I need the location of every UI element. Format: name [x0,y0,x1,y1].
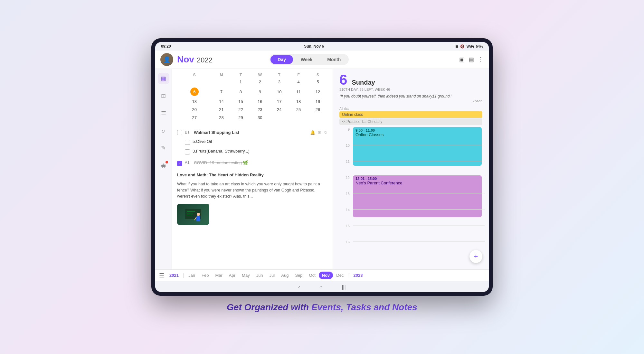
time-row-16: 16 [337,239,485,256]
subtask-olive: 5.Olive Oil [177,137,327,147]
cal-day-20[interactable]: 20 [177,106,212,114]
bell-icon[interactable]: 🔔 [310,130,315,135]
cal-day-4[interactable]: 4 [289,78,308,86]
status-bar: 09:20 Sun, Nov 6 ⊞ 🔇 WiFi 54% [155,42,489,51]
event-title-conf: Neo's Parent Conference [355,181,479,185]
cal-day-empty [212,78,231,86]
task-checkbox-a1[interactable]: ✓ [177,161,182,166]
cal-day-2[interactable]: 2 [250,78,270,86]
sidebar-item-calendar[interactable]: ▦ [158,73,169,84]
nav-month-apr[interactable]: Apr [226,272,239,279]
calendar-header-row: S M T W T F S [177,72,327,78]
list-icon[interactable]: ⊞ [318,130,321,135]
hamburger-icon[interactable]: ☰ [159,272,164,279]
cal-day-21[interactable]: 21 [212,106,231,114]
subtask-checkbox-olive[interactable] [185,140,190,145]
nav-month-sep[interactable]: Sep [292,272,306,279]
cal-day-11[interactable]: 11 [289,86,308,98]
task-checkbox-b1[interactable] [177,130,182,135]
cal-day-14[interactable]: 14 [212,98,231,106]
refresh-icon[interactable]: ↻ [324,130,327,135]
status-time: 09:20 [161,44,171,49]
cal-day-30[interactable]: 30 [250,114,270,122]
cal-day-18[interactable]: 18 [289,98,308,106]
task-header-b1: B1 Walmart Shopping List 🔔 ⊞ ↻ [177,127,327,137]
avatar[interactable]: 👤 [160,53,173,66]
nav-year-2023[interactable]: 2023 [351,272,365,279]
nav-year-2021[interactable]: 2021 [167,272,181,279]
fab-add-button[interactable]: + [469,250,482,263]
nav-month-aug[interactable]: Aug [278,272,292,279]
nav-month-dec[interactable]: Dec [333,272,347,279]
cal-day-16[interactable]: 16 [250,98,270,106]
sidebar-item-edit[interactable]: ✎ [158,142,169,154]
cal-day-15[interactable]: 15 [231,98,251,106]
all-day-event-taichi[interactable]: <<Practice Tai Chi daily [339,118,482,125]
view-icon-2[interactable]: ▤ [469,56,474,63]
cal-day-13[interactable]: 13 [177,98,212,106]
all-day-label: All-day [339,107,482,110]
nav-month-feb[interactable]: Feb [198,272,212,279]
cal-day-17[interactable]: 17 [270,98,289,106]
cal-header-t1: T [231,72,251,78]
settings-badge [166,161,168,163]
view-btn-week[interactable]: Week [294,55,319,64]
sidebar-item-task[interactable]: ⊡ [158,90,169,102]
time-label-11: 11 [337,159,353,163]
nav-month-jun[interactable]: Jun [253,272,266,279]
cal-day-5[interactable]: 5 [308,78,327,86]
subtask-label-olive: 5.Olive Oil [193,139,212,144]
event-time-conf: 12:01 - 15:00 [355,177,479,181]
section-id-b1: B1 [185,130,191,135]
cal-day-19[interactable]: 19 [308,98,327,106]
cal-day-1[interactable]: 1 [231,78,251,86]
recents-button[interactable]: ||| [342,284,346,290]
cal-day-3[interactable]: 3 [270,78,289,86]
time-row-13: 13 [337,191,485,207]
all-day-event-online[interactable]: Online class [339,111,482,118]
more-icon[interactable]: ⋮ [478,56,484,63]
view-btn-day[interactable]: Day [270,55,293,64]
sidebar-item-notes[interactable]: ☰ [158,107,169,119]
cal-day-26[interactable]: 26 [308,106,327,114]
nav-month-may[interactable]: May [239,272,253,279]
back-button[interactable]: ‹ [298,284,300,290]
view-icon-1[interactable]: ▣ [459,56,465,63]
cal-day-27[interactable]: 27 [177,114,212,122]
day-info: 310TH DAY, 55 LEFT, WEEK 46 [339,88,482,91]
view-btn-month[interactable]: Month [320,55,348,64]
sidebar-strip: ▦ ⊡ ☰ ⌕ ✎ ◉ [155,69,172,269]
cal-day-6-today[interactable]: 6 [177,86,212,98]
cal-day-7[interactable]: 7 [212,86,231,98]
view-toggle: Day Week Month [270,54,349,65]
cal-day-8[interactable]: 8 [231,86,251,98]
task-icons-b1: 🔔 ⊞ ↻ [310,130,327,135]
app-header: 👤 Nov 2022 Day Week Month ▣ ▤ ⋮ [155,51,489,69]
home-button[interactable]: ○ [319,284,323,290]
nav-month-oct[interactable]: Oct [306,272,319,279]
cal-day-empty3 [289,114,308,122]
subtask-checkbox-fruits[interactable] [185,149,190,154]
note-image[interactable] [177,204,209,225]
nav-month-jan[interactable]: Jan [185,272,198,279]
nav-month-jul[interactable]: Jul [266,272,278,279]
sidebar-item-search[interactable]: ⌕ [158,125,169,136]
day-number: 6 [339,73,347,87]
cal-day-29[interactable]: 29 [231,114,251,122]
cal-day-9[interactable]: 9 [250,86,270,98]
cal-day-12[interactable]: 12 [308,86,327,98]
nav-month-mar[interactable]: Mar [212,272,225,279]
sidebar-item-settings[interactable]: ◉ [158,160,169,171]
cal-day-24[interactable]: 24 [270,106,289,114]
tagline-prefix: Get Organized with [227,302,311,312]
cal-header-f: F [289,72,308,78]
time-label-15: 15 [337,223,353,228]
cal-day-10[interactable]: 10 [270,86,289,98]
nav-month-nov[interactable]: Nov [319,272,333,279]
cal-day-25[interactable]: 25 [289,106,308,114]
event-time-online: 9:00 - 11:00 [355,128,479,132]
cal-day-23[interactable]: 23 [250,106,270,114]
cal-header-t2: T [270,72,289,78]
cal-day-28[interactable]: 28 [212,114,231,122]
cal-day-22[interactable]: 22 [231,106,251,114]
